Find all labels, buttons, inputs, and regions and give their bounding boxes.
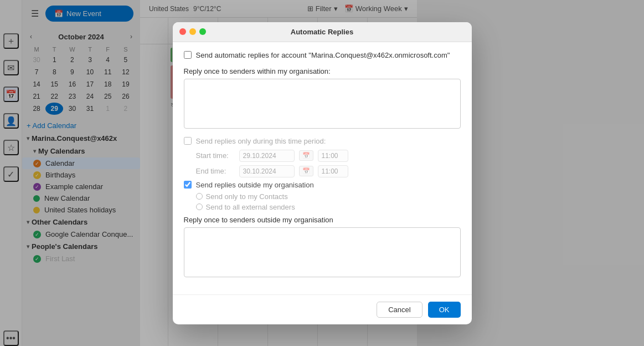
start-time-row: Start time: 📅 [184, 150, 461, 162]
start-date-picker-button[interactable]: 📅 [299, 150, 313, 161]
send-auto-label: Send automatic replies for account "Mari… [196, 51, 450, 59]
dialog-title: Automatic Replies [182, 28, 463, 36]
end-time-input[interactable] [318, 165, 348, 177]
traffic-lights [179, 28, 206, 35]
dialog-overlay: Automatic Replies Send automatic replies… [0, 0, 644, 346]
close-button[interactable] [179, 28, 186, 35]
dialog-body: Send automatic replies for account "Mari… [173, 42, 472, 294]
reply-within-label: Reply once to senders within my organisa… [184, 67, 461, 75]
time-period-checkbox[interactable] [184, 137, 192, 145]
end-time-label: End time: [196, 167, 235, 175]
start-time-input[interactable] [318, 150, 348, 162]
end-date-picker-button[interactable]: 📅 [299, 166, 313, 176]
outside-section: Send replies outside my organisation Sen… [184, 181, 461, 211]
send-auto-row: Send automatic replies for account "Mari… [184, 51, 461, 59]
contacts-only-label: Send only to my Contacts [206, 192, 288, 201]
end-date-input[interactable] [239, 165, 295, 177]
cancel-button[interactable]: Cancel [377, 302, 422, 318]
send-outside-label: Send replies outside my organisation [196, 181, 314, 189]
start-time-label: Start time: [196, 151, 235, 160]
reply-within-textarea[interactable] [184, 79, 461, 129]
all-external-radio[interactable] [196, 203, 203, 210]
dialog-footer: Cancel OK [173, 294, 472, 324]
all-external-label: Send to all external senders [206, 203, 295, 211]
contacts-only-radio[interactable] [196, 193, 203, 200]
send-outside-checkbox[interactable] [184, 181, 192, 189]
contacts-only-row: Send only to my Contacts [184, 192, 461, 201]
dialog-titlebar: Automatic Replies [173, 22, 472, 42]
automatic-replies-dialog: Automatic Replies Send automatic replies… [173, 22, 472, 324]
ok-button[interactable]: OK [428, 302, 461, 318]
send-outside-row: Send replies outside my organisation [184, 181, 461, 189]
send-auto-checkbox[interactable] [184, 51, 192, 59]
time-period-label: Send replies only during this time perio… [196, 137, 326, 145]
reply-outside-textarea[interactable] [184, 227, 461, 277]
end-time-row: End time: 📅 [184, 165, 461, 177]
all-external-row: Send to all external senders [184, 203, 461, 211]
reply-outside-label: Reply once to senders outside my organis… [184, 216, 461, 224]
minimize-button[interactable] [189, 28, 196, 35]
time-period-row: Send replies only during this time perio… [184, 137, 461, 145]
maximize-button[interactable] [199, 28, 206, 35]
start-date-input[interactable] [239, 150, 295, 162]
